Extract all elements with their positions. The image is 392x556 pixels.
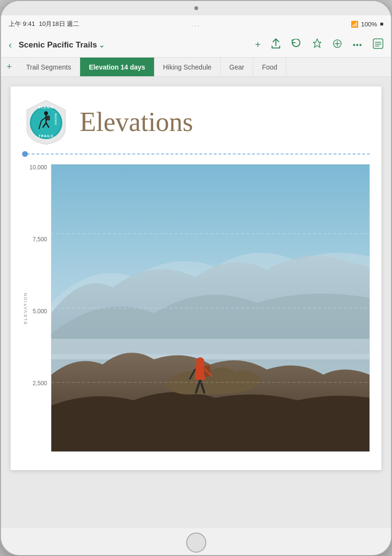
battery-percent: 100% (361, 21, 377, 28)
title-chevron-icon: ⌄ (99, 41, 105, 49)
svg-text:SCENIC: SCENIC (38, 106, 54, 109)
status-time: 上午 9:41 (9, 20, 35, 28)
device-bottom (1, 528, 391, 556)
checklist-button[interactable] (371, 36, 385, 53)
elevation-chart: ELEVATION 10,000 7,500 5,000 2,500 (22, 164, 370, 452)
status-right: 📶 100% ■ (351, 21, 384, 28)
tab-bar: + Trail Segments Elevation 14 days Hikin… (1, 58, 391, 77)
y-tick-10000: 10,000 (29, 164, 47, 171)
page-area: SCENIC PACIFIC TRAILS Elevations ELEVATI… (11, 86, 381, 470)
page-title: Elevations (80, 106, 193, 137)
top-three-dots: ... (191, 21, 201, 28)
more-button[interactable]: ••• (351, 39, 364, 51)
wifi-icon: 📶 (351, 21, 358, 28)
tab-trail-segments[interactable]: Trail Segments (18, 58, 81, 77)
format-button[interactable] (331, 37, 344, 52)
document-title[interactable]: Scenic Pacific Trails ⌄ (19, 40, 249, 50)
home-button[interactable] (186, 532, 206, 553)
undo-button[interactable] (289, 37, 304, 53)
mountain-scene-svg (51, 165, 369, 451)
svg-point-4 (44, 111, 48, 115)
main-content: SCENIC PACIFIC TRAILS Elevations ELEVATI… (1, 77, 391, 528)
svg-point-21 (196, 357, 204, 366)
add-button[interactable]: + (253, 37, 263, 52)
tab-food[interactable]: Food (253, 58, 286, 77)
y-tick-2500: 2,500 (33, 380, 47, 387)
battery-icon: ■ (380, 21, 383, 27)
svg-rect-16 (51, 339, 369, 359)
pin-button[interactable] (310, 36, 324, 53)
tab-elevation-14-days[interactable]: Elevation 14 days (80, 58, 154, 77)
ipad-device: ... 上午 9:41 10月18日 週二 📶 100% ■ ‹ Scenic … (0, 0, 392, 556)
section-divider (22, 154, 370, 154)
svg-text:PACIFIC: PACIFIC (54, 113, 57, 125)
toolbar-actions: + (253, 36, 386, 53)
svg-text:TRAILS: TRAILS (38, 134, 53, 138)
front-camera (194, 6, 198, 10)
y-tick-5000: 5,000 (33, 308, 47, 315)
svg-rect-1 (373, 39, 383, 48)
share-button[interactable] (269, 36, 283, 53)
status-date: 10月18日 週二 (39, 20, 80, 28)
back-button[interactable]: ‹ (7, 37, 14, 52)
chart-y-axis: ELEVATION 10,000 7,500 5,000 2,500 (22, 164, 51, 452)
tab-gear[interactable]: Gear (221, 58, 253, 77)
device-top-bar (1, 1, 391, 15)
y-tick-7500: 7,500 (33, 236, 47, 243)
status-left: 上午 9:41 10月18日 週二 (9, 20, 79, 28)
chart-body (51, 164, 370, 452)
toolbar: ‹ Scenic Pacific Trails ⌄ + (1, 33, 391, 58)
scenic-pacific-trails-logo: SCENIC PACIFIC TRAILS (22, 98, 70, 146)
y-axis-label: ELEVATION (23, 292, 28, 324)
svg-rect-19 (195, 365, 205, 380)
add-tab-button[interactable]: + (1, 62, 18, 72)
svg-rect-11 (47, 116, 50, 120)
tab-hiking-schedule[interactable]: Hiking Schedule (154, 58, 221, 77)
page-header: SCENIC PACIFIC TRAILS Elevations (22, 98, 370, 146)
